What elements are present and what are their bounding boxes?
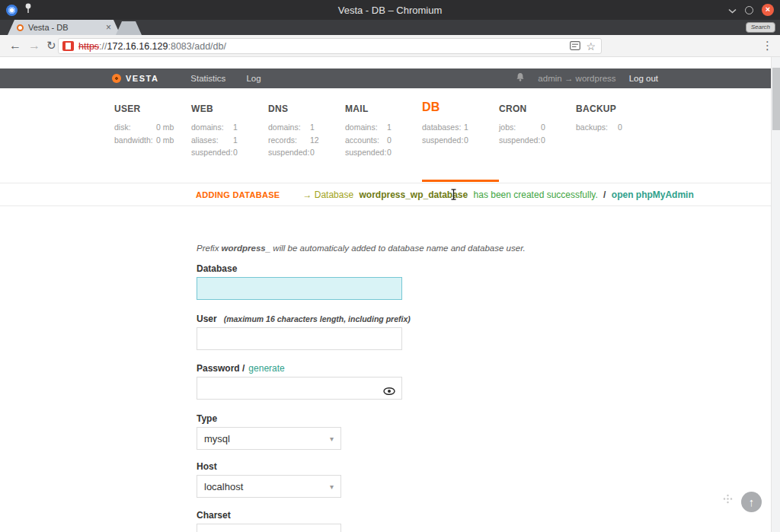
status-message: → Database wordpress_wp_database has bee… <box>302 190 693 200</box>
type-label: Type <box>197 413 405 424</box>
stat-label: jobs: <box>499 121 541 134</box>
tab-close-icon[interactable]: × <box>106 22 111 33</box>
window-close-icon[interactable]: × <box>762 4 774 16</box>
impersonation-user[interactable]: admin → wordpress <box>538 74 615 83</box>
stat-value: 0 mb <box>156 121 174 134</box>
stat-value: 0 <box>387 134 392 147</box>
stat-label: accounts: <box>345 134 387 147</box>
insecure-badge-icon[interactable] <box>62 41 74 51</box>
browser-tab[interactable]: Vesta - DB × <box>8 20 120 35</box>
tab-strip: Vesta - DB × Search <box>0 20 780 35</box>
bookmark-star-icon[interactable]: ☆ <box>586 41 596 52</box>
user-label: User (maximum 16 characters length, incl… <box>197 314 405 324</box>
up-arrow-icon: ↑ <box>749 495 755 508</box>
nav-log[interactable]: Log <box>246 74 261 83</box>
generate-password-link[interactable]: generate <box>248 363 284 374</box>
show-password-eye-icon[interactable] <box>383 384 395 398</box>
stat-value: 1 <box>387 121 392 134</box>
tab-cron: CRON jobs:0 suspended:0 <box>499 99 576 159</box>
host-label: Host <box>197 461 405 472</box>
stat-value: 1 <box>310 121 315 134</box>
chromium-icon <box>6 5 18 16</box>
back-button[interactable]: ← <box>9 37 21 54</box>
vesta-logo-icon[interactable] <box>112 74 121 83</box>
type-value: mysql <box>204 433 230 444</box>
scroll-to-top-button[interactable]: ↑ <box>741 492 762 512</box>
database-label: Database <box>197 263 405 274</box>
drag-grip-icon <box>723 493 733 507</box>
url-path: :8083/add/db/ <box>168 41 225 52</box>
url-scheme: https <box>78 41 99 52</box>
pin-icon <box>24 3 32 17</box>
stat-value: 0 mb <box>156 134 174 147</box>
tab-mail-link[interactable]: MAIL <box>345 99 422 114</box>
status-result: has been created successfully. <box>474 190 598 200</box>
window-titlebar: Vesta - DB – Chromium × <box>0 0 780 20</box>
browser-menu-icon[interactable]: ⋮ <box>762 39 773 53</box>
open-phpmyadmin-link[interactable]: open phpMyAdmin <box>612 190 694 200</box>
page-scrollbar <box>771 57 780 532</box>
new-tab-button[interactable] <box>116 21 142 35</box>
translate-icon[interactable] <box>570 40 580 53</box>
user-input[interactable] <box>197 327 402 350</box>
stat-label: bandwidth: <box>114 134 156 147</box>
prefix-note: Prefix wordpress_ will be automaticaly a… <box>197 244 405 253</box>
reload-button[interactable]: ↻ <box>46 37 56 54</box>
stat-label: databases: <box>422 121 464 134</box>
url-bar[interactable]: https :// 172.16.16.129 :8083/add/db/ ☆ <box>58 38 602 54</box>
vesta-topnav: VESTA Statistics Log admin → wordpress L… <box>0 68 771 88</box>
tab-db-link[interactable]: DB <box>422 99 499 114</box>
charset-value: utf8 <box>204 530 221 532</box>
search-keycap[interactable]: Search <box>746 22 775 33</box>
status-heading: ADDING DATABASE <box>196 190 280 199</box>
scrollbar-thumb[interactable] <box>772 68 780 130</box>
tab-dns: DNS domains:1 records:12 suspended:0 <box>268 99 345 159</box>
charset-select[interactable]: utf8 ▾ <box>197 524 341 532</box>
password-input[interactable] <box>197 377 402 400</box>
stat-value: 1 <box>464 121 468 134</box>
mouse-cursor <box>450 189 457 203</box>
logout-link[interactable]: Log out <box>629 74 658 83</box>
forward-button[interactable]: → <box>28 37 40 54</box>
nav-statistics[interactable]: Statistics <box>190 74 225 83</box>
vesta-brand[interactable]: VESTA <box>126 74 158 83</box>
active-tab-underline <box>422 180 499 182</box>
type-select[interactable]: mysql ▾ <box>197 427 341 450</box>
stat-value: 0 <box>233 146 238 159</box>
tab-mail: MAIL domains:1 accounts:0 suspended:0 <box>345 99 422 159</box>
browser-toolbar: ← → ↻ https :// 172.16.16.129 :8083/add/… <box>0 35 780 57</box>
tab-user-link[interactable]: USER <box>114 99 191 114</box>
stat-label: suspended: <box>345 146 387 159</box>
password-label: Password / generate <box>197 363 405 374</box>
window-maximize-icon[interactable] <box>745 6 753 14</box>
stat-value: 1 <box>233 134 238 147</box>
stat-label: aliases: <box>191 134 233 147</box>
tab-cron-link[interactable]: CRON <box>499 99 576 114</box>
stat-label: domains: <box>268 121 310 134</box>
host-select[interactable]: localhost ▾ <box>197 475 341 498</box>
stat-value: 0 <box>387 146 392 159</box>
tab-dns-link[interactable]: DNS <box>268 99 345 114</box>
vesta-favicon-icon <box>17 24 24 31</box>
tab-web-link[interactable]: WEB <box>191 99 268 114</box>
stat-label: disk: <box>114 121 156 134</box>
host-value: localhost <box>204 481 243 492</box>
notifications-bell-icon[interactable] <box>516 72 525 85</box>
stat-label: records: <box>268 134 310 147</box>
url-separator: :// <box>99 41 107 52</box>
tab-backup: BACKUP backups:0 <box>576 99 653 159</box>
stat-label: domains: <box>191 121 233 134</box>
stat-label: domains: <box>345 121 387 134</box>
stat-label: suspended: <box>268 146 310 159</box>
tab-backup-link[interactable]: BACKUP <box>576 99 653 114</box>
database-input[interactable] <box>197 277 402 300</box>
window-minimize-icon[interactable] <box>728 3 737 17</box>
chevron-down-icon: ▾ <box>330 483 334 491</box>
stat-value: 0 <box>464 134 468 147</box>
stat-value: 12 <box>310 134 319 147</box>
status-separator: / <box>603 190 606 200</box>
status-bar: ADDING DATABASE → Database wordpress_wp_… <box>0 183 771 206</box>
tab-title: Vesta - DB <box>28 23 103 32</box>
stat-label: backups: <box>576 121 618 134</box>
tab-web: WEB domains:1 aliases:1 suspended:0 <box>191 99 268 159</box>
